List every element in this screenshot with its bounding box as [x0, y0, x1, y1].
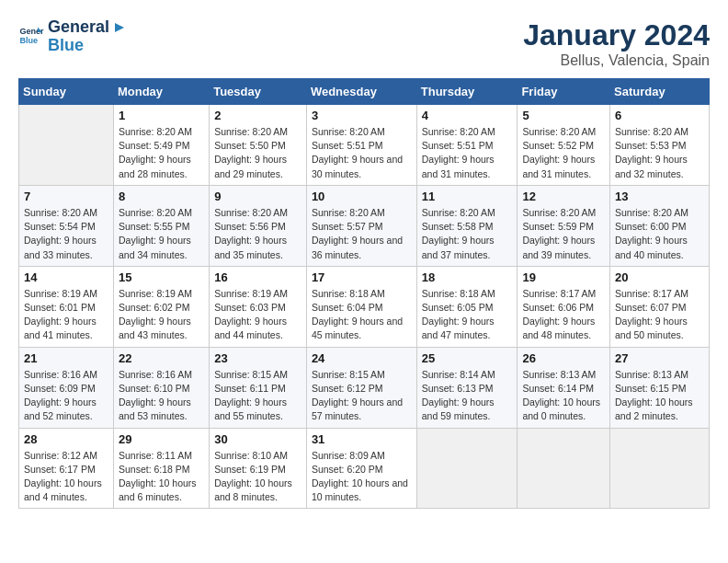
calendar-cell: 10Sunrise: 8:20 AMSunset: 5:57 PMDayligh…: [306, 185, 416, 266]
calendar-header-row: SundayMondayTuesdayWednesdayThursdayFrid…: [19, 79, 710, 105]
header-saturday: Saturday: [609, 79, 709, 105]
main-title: January 2024: [523, 18, 710, 52]
logo-icon: General Blue: [18, 24, 44, 50]
calendar-cell: 23Sunrise: 8:15 AMSunset: 6:11 PMDayligh…: [210, 347, 307, 428]
day-info: Sunrise: 8:18 AMSunset: 6:04 PMDaylight:…: [312, 287, 412, 343]
day-number: 7: [24, 190, 108, 203]
calendar-cell: 12Sunrise: 8:20 AMSunset: 5:59 PMDayligh…: [518, 185, 610, 266]
calendar-cell: 1Sunrise: 8:20 AMSunset: 5:49 PMDaylight…: [113, 105, 209, 186]
day-number: 31: [312, 432, 412, 446]
day-info: Sunrise: 8:15 AMSunset: 6:12 PMDaylight:…: [312, 368, 412, 424]
calendar-cell: 27Sunrise: 8:13 AMSunset: 6:15 PMDayligh…: [609, 347, 709, 428]
day-number: 5: [522, 109, 605, 122]
calendar-cell: 7Sunrise: 8:20 AMSunset: 5:54 PMDaylight…: [19, 185, 114, 266]
day-info: Sunrise: 8:20 AMSunset: 5:58 PMDaylight:…: [422, 206, 513, 262]
day-number: 18: [422, 270, 513, 284]
day-info: Sunrise: 8:20 AMSunset: 5:52 PMDaylight:…: [522, 125, 605, 181]
day-info: Sunrise: 8:11 AMSunset: 6:18 PMDaylight:…: [119, 449, 204, 505]
header-monday: Monday: [113, 79, 209, 105]
calendar-cell: 29Sunrise: 8:11 AMSunset: 6:18 PMDayligh…: [113, 428, 209, 509]
day-number: 3: [312, 109, 412, 122]
calendar-cell: 30Sunrise: 8:10 AMSunset: 6:19 PMDayligh…: [210, 428, 307, 509]
day-number: 25: [422, 351, 513, 365]
day-number: 23: [214, 351, 301, 365]
calendar-week-row: 7Sunrise: 8:20 AMSunset: 5:54 PMDaylight…: [19, 185, 710, 266]
day-number: 29: [119, 432, 204, 446]
day-number: 17: [312, 270, 412, 284]
day-info: Sunrise: 8:20 AMSunset: 5:53 PMDaylight:…: [615, 125, 704, 181]
logo-line1: General: [48, 18, 128, 37]
day-number: 1: [119, 109, 204, 122]
calendar-cell: 11Sunrise: 8:20 AMSunset: 5:58 PMDayligh…: [416, 185, 518, 266]
calendar-cell: 15Sunrise: 8:19 AMSunset: 6:02 PMDayligh…: [113, 266, 209, 347]
calendar-cell: 25Sunrise: 8:14 AMSunset: 6:13 PMDayligh…: [416, 347, 518, 428]
day-info: Sunrise: 8:17 AMSunset: 6:06 PMDaylight:…: [522, 287, 605, 343]
calendar-cell: 2Sunrise: 8:20 AMSunset: 5:50 PMDaylight…: [210, 105, 307, 186]
calendar-cell: 3Sunrise: 8:20 AMSunset: 5:51 PMDaylight…: [306, 105, 416, 186]
calendar-cell: 21Sunrise: 8:16 AMSunset: 6:09 PMDayligh…: [19, 347, 114, 428]
calendar-cell: 14Sunrise: 8:19 AMSunset: 6:01 PMDayligh…: [19, 266, 114, 347]
logo: General Blue General Blue: [18, 18, 128, 55]
calendar-cell: [518, 428, 610, 509]
day-number: 21: [24, 351, 108, 365]
header-thursday: Thursday: [416, 79, 518, 105]
calendar-cell: 20Sunrise: 8:17 AMSunset: 6:07 PMDayligh…: [609, 266, 709, 347]
day-number: 24: [312, 351, 412, 365]
day-info: Sunrise: 8:13 AMSunset: 6:14 PMDaylight:…: [522, 368, 605, 424]
day-info: Sunrise: 8:17 AMSunset: 6:07 PMDaylight:…: [615, 287, 704, 343]
calendar-cell: 19Sunrise: 8:17 AMSunset: 6:06 PMDayligh…: [518, 266, 610, 347]
day-info: Sunrise: 8:19 AMSunset: 6:01 PMDaylight:…: [24, 287, 108, 343]
calendar-cell: 5Sunrise: 8:20 AMSunset: 5:52 PMDaylight…: [518, 105, 610, 186]
calendar-cell: 26Sunrise: 8:13 AMSunset: 6:14 PMDayligh…: [518, 347, 610, 428]
day-info: Sunrise: 8:20 AMSunset: 5:57 PMDaylight:…: [312, 206, 412, 262]
calendar-cell: 22Sunrise: 8:16 AMSunset: 6:10 PMDayligh…: [113, 347, 209, 428]
calendar-cell: 4Sunrise: 8:20 AMSunset: 5:51 PMDaylight…: [416, 105, 518, 186]
day-number: 4: [422, 109, 513, 122]
day-info: Sunrise: 8:09 AMSunset: 6:20 PMDaylight:…: [312, 449, 412, 505]
day-info: Sunrise: 8:20 AMSunset: 5:51 PMDaylight:…: [312, 125, 412, 181]
day-info: Sunrise: 8:15 AMSunset: 6:11 PMDaylight:…: [214, 368, 301, 424]
day-info: Sunrise: 8:19 AMSunset: 6:02 PMDaylight:…: [119, 287, 204, 343]
day-info: Sunrise: 8:13 AMSunset: 6:15 PMDaylight:…: [615, 368, 704, 424]
day-number: 15: [119, 270, 204, 284]
header-friday: Friday: [518, 79, 610, 105]
title-block: January 2024 Bellus, Valencia, Spain: [523, 18, 710, 69]
calendar-week-row: 21Sunrise: 8:16 AMSunset: 6:09 PMDayligh…: [19, 347, 710, 428]
header-wednesday: Wednesday: [306, 79, 416, 105]
header-tuesday: Tuesday: [210, 79, 307, 105]
header-sunday: Sunday: [19, 79, 114, 105]
day-info: Sunrise: 8:20 AMSunset: 5:55 PMDaylight:…: [119, 206, 204, 262]
page-header: General Blue General Blue January 2024 B…: [18, 18, 710, 69]
day-number: 10: [312, 190, 412, 203]
day-info: Sunrise: 8:20 AMSunset: 5:51 PMDaylight:…: [422, 125, 513, 181]
day-number: 26: [522, 351, 605, 365]
svg-marker-4: [115, 23, 124, 32]
logo-text-block: General Blue: [48, 18, 128, 55]
calendar-cell: 18Sunrise: 8:18 AMSunset: 6:05 PMDayligh…: [416, 266, 518, 347]
calendar-week-row: 14Sunrise: 8:19 AMSunset: 6:01 PMDayligh…: [19, 266, 710, 347]
day-info: Sunrise: 8:20 AMSunset: 5:56 PMDaylight:…: [214, 206, 301, 262]
day-number: 9: [214, 190, 301, 203]
day-number: 16: [214, 270, 301, 284]
calendar-week-row: 28Sunrise: 8:12 AMSunset: 6:17 PMDayligh…: [19, 428, 710, 509]
day-info: Sunrise: 8:16 AMSunset: 6:09 PMDaylight:…: [24, 368, 108, 424]
calendar-cell: 9Sunrise: 8:20 AMSunset: 5:56 PMDaylight…: [210, 185, 307, 266]
calendar-cell: [416, 428, 518, 509]
day-info: Sunrise: 8:20 AMSunset: 6:00 PMDaylight:…: [615, 206, 704, 262]
day-info: Sunrise: 8:19 AMSunset: 6:03 PMDaylight:…: [214, 287, 301, 343]
day-info: Sunrise: 8:20 AMSunset: 5:59 PMDaylight:…: [522, 206, 605, 262]
logo-arrow-icon: [111, 19, 128, 36]
calendar-cell: 8Sunrise: 8:20 AMSunset: 5:55 PMDaylight…: [113, 185, 209, 266]
calendar-cell: 17Sunrise: 8:18 AMSunset: 6:04 PMDayligh…: [306, 266, 416, 347]
day-number: 20: [615, 270, 704, 284]
calendar-cell: 16Sunrise: 8:19 AMSunset: 6:03 PMDayligh…: [210, 266, 307, 347]
day-number: 19: [522, 270, 605, 284]
day-info: Sunrise: 8:14 AMSunset: 6:13 PMDaylight:…: [422, 368, 513, 424]
calendar-cell: [609, 428, 709, 509]
day-info: Sunrise: 8:16 AMSunset: 6:10 PMDaylight:…: [119, 368, 204, 424]
day-number: 22: [119, 351, 204, 365]
logo-line2: Blue: [48, 37, 128, 55]
day-number: 14: [24, 270, 108, 284]
day-info: Sunrise: 8:12 AMSunset: 6:17 PMDaylight:…: [24, 449, 108, 505]
day-number: 30: [214, 432, 301, 446]
